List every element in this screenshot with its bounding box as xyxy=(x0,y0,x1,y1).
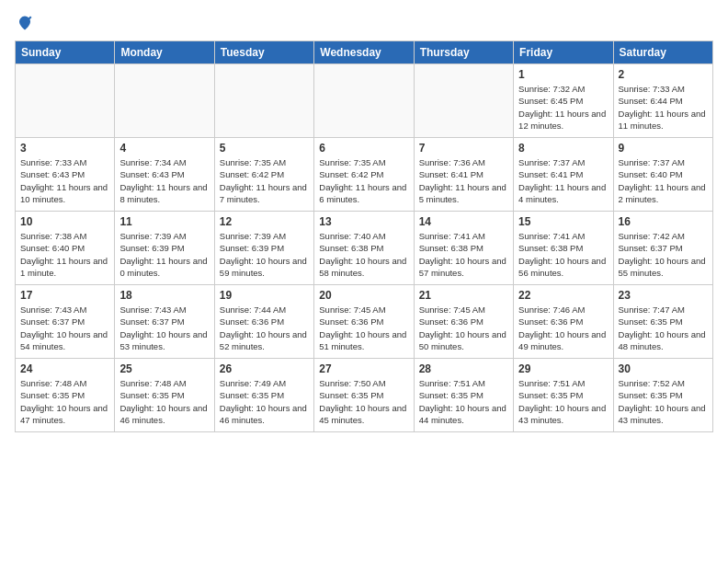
calendar-day-cell: 23Sunrise: 7:47 AMSunset: 6:35 PMDayligh… xyxy=(613,285,712,359)
day-info: Sunrise: 7:43 AMSunset: 6:37 PMDaylight:… xyxy=(20,304,109,352)
calendar-week-row: 3Sunrise: 7:33 AMSunset: 6:43 PMDaylight… xyxy=(16,138,713,212)
calendar-day-cell: 10Sunrise: 7:38 AMSunset: 6:40 PMDayligh… xyxy=(16,212,115,285)
weekday-header: Wednesday xyxy=(314,41,414,64)
day-number: 14 xyxy=(419,215,508,228)
logo-icon xyxy=(17,15,33,31)
calendar-day-cell: 3Sunrise: 7:33 AMSunset: 6:43 PMDaylight… xyxy=(16,138,115,212)
day-info: Sunrise: 7:52 AMSunset: 6:35 PMDaylight:… xyxy=(619,377,708,426)
day-number: 24 xyxy=(20,362,109,375)
calendar-day-cell: 21Sunrise: 7:45 AMSunset: 6:36 PMDayligh… xyxy=(414,285,513,359)
day-info: Sunrise: 7:35 AMSunset: 6:42 PMDaylight:… xyxy=(319,156,408,205)
calendar-day-cell: 6Sunrise: 7:35 AMSunset: 6:42 PMDaylight… xyxy=(314,138,414,212)
day-number: 11 xyxy=(119,215,209,228)
calendar-day-cell: 17Sunrise: 7:43 AMSunset: 6:37 PMDayligh… xyxy=(16,285,115,359)
day-info: Sunrise: 7:39 AMSunset: 6:39 PMDaylight:… xyxy=(119,230,209,279)
day-info: Sunrise: 7:37 AMSunset: 6:41 PMDaylight:… xyxy=(518,156,608,205)
calendar-day-cell: 11Sunrise: 7:39 AMSunset: 6:39 PMDayligh… xyxy=(115,212,214,285)
day-info: Sunrise: 7:41 AMSunset: 6:38 PMDaylight:… xyxy=(419,230,508,279)
calendar-day-cell: 26Sunrise: 7:49 AMSunset: 6:35 PMDayligh… xyxy=(214,359,313,432)
day-info: Sunrise: 7:48 AMSunset: 6:35 PMDaylight:… xyxy=(20,377,109,426)
page-header xyxy=(15,15,713,31)
calendar-day-cell xyxy=(214,64,313,138)
day-info: Sunrise: 7:32 AMSunset: 6:45 PMDaylight:… xyxy=(518,83,608,132)
day-number: 9 xyxy=(619,142,708,155)
day-number: 1 xyxy=(518,68,608,81)
calendar-day-cell: 24Sunrise: 7:48 AMSunset: 6:35 PMDayligh… xyxy=(16,359,115,432)
day-number: 17 xyxy=(20,289,109,302)
calendar-day-cell: 30Sunrise: 7:52 AMSunset: 6:35 PMDayligh… xyxy=(613,359,712,432)
day-number: 28 xyxy=(419,362,508,375)
weekday-header: Thursday xyxy=(414,41,513,64)
weekday-header: Sunday xyxy=(16,41,115,64)
day-number: 18 xyxy=(119,289,209,302)
calendar-day-cell: 13Sunrise: 7:40 AMSunset: 6:38 PMDayligh… xyxy=(314,212,414,285)
calendar-day-cell: 9Sunrise: 7:37 AMSunset: 6:40 PMDaylight… xyxy=(613,138,712,212)
calendar-day-cell: 8Sunrise: 7:37 AMSunset: 6:41 PMDaylight… xyxy=(514,138,613,212)
day-number: 23 xyxy=(619,289,708,302)
weekday-header: Tuesday xyxy=(214,41,313,64)
day-number: 5 xyxy=(220,142,309,155)
weekday-header: Saturday xyxy=(613,41,712,64)
day-number: 3 xyxy=(20,142,109,155)
calendar-week-row: 1Sunrise: 7:32 AMSunset: 6:45 PMDaylight… xyxy=(16,64,713,138)
calendar-day-cell: 7Sunrise: 7:36 AMSunset: 6:41 PMDaylight… xyxy=(414,138,513,212)
day-info: Sunrise: 7:37 AMSunset: 6:40 PMDaylight:… xyxy=(619,156,708,205)
day-number: 4 xyxy=(119,142,209,155)
day-info: Sunrise: 7:43 AMSunset: 6:37 PMDaylight:… xyxy=(119,304,209,352)
calendar-day-cell: 1Sunrise: 7:32 AMSunset: 6:45 PMDaylight… xyxy=(514,64,613,138)
day-number: 6 xyxy=(319,142,408,155)
calendar-table: SundayMondayTuesdayWednesdayThursdayFrid… xyxy=(15,40,713,432)
calendar-day-cell: 19Sunrise: 7:44 AMSunset: 6:36 PMDayligh… xyxy=(214,285,313,359)
day-info: Sunrise: 7:47 AMSunset: 6:35 PMDaylight:… xyxy=(619,304,708,352)
calendar-day-cell: 27Sunrise: 7:50 AMSunset: 6:35 PMDayligh… xyxy=(314,359,414,432)
day-number: 26 xyxy=(220,362,309,375)
calendar-day-cell: 16Sunrise: 7:42 AMSunset: 6:37 PMDayligh… xyxy=(613,212,712,285)
day-number: 20 xyxy=(319,289,408,302)
day-number: 16 xyxy=(619,215,708,228)
weekday-header: Monday xyxy=(115,41,214,64)
day-info: Sunrise: 7:45 AMSunset: 6:36 PMDaylight:… xyxy=(319,304,408,352)
calendar-day-cell: 15Sunrise: 7:41 AMSunset: 6:38 PMDayligh… xyxy=(514,212,613,285)
calendar-day-cell: 18Sunrise: 7:43 AMSunset: 6:37 PMDayligh… xyxy=(115,285,214,359)
day-number: 29 xyxy=(518,362,608,375)
day-number: 8 xyxy=(518,142,608,155)
calendar-day-cell xyxy=(414,64,513,138)
day-info: Sunrise: 7:35 AMSunset: 6:42 PMDaylight:… xyxy=(220,156,309,205)
day-number: 2 xyxy=(619,68,708,81)
day-number: 12 xyxy=(220,215,309,228)
day-number: 19 xyxy=(220,289,309,302)
day-info: Sunrise: 7:42 AMSunset: 6:37 PMDaylight:… xyxy=(619,230,708,279)
day-info: Sunrise: 7:40 AMSunset: 6:38 PMDaylight:… xyxy=(319,230,408,279)
day-number: 30 xyxy=(619,362,708,375)
weekday-header-row: SundayMondayTuesdayWednesdayThursdayFrid… xyxy=(16,41,713,64)
calendar-day-cell: 28Sunrise: 7:51 AMSunset: 6:35 PMDayligh… xyxy=(414,359,513,432)
calendar-week-row: 10Sunrise: 7:38 AMSunset: 6:40 PMDayligh… xyxy=(16,212,713,285)
calendar-day-cell xyxy=(16,64,115,138)
day-number: 15 xyxy=(518,215,608,228)
day-info: Sunrise: 7:50 AMSunset: 6:35 PMDaylight:… xyxy=(319,377,408,426)
calendar-week-row: 17Sunrise: 7:43 AMSunset: 6:37 PMDayligh… xyxy=(16,285,713,359)
calendar-day-cell: 25Sunrise: 7:48 AMSunset: 6:35 PMDayligh… xyxy=(115,359,214,432)
day-info: Sunrise: 7:36 AMSunset: 6:41 PMDaylight:… xyxy=(419,156,508,205)
calendar-day-cell xyxy=(115,64,214,138)
calendar-day-cell: 4Sunrise: 7:34 AMSunset: 6:43 PMDaylight… xyxy=(115,138,214,212)
day-info: Sunrise: 7:33 AMSunset: 6:44 PMDaylight:… xyxy=(619,83,708,132)
calendar-day-cell xyxy=(314,64,414,138)
day-info: Sunrise: 7:34 AMSunset: 6:43 PMDaylight:… xyxy=(119,156,209,205)
day-info: Sunrise: 7:39 AMSunset: 6:39 PMDaylight:… xyxy=(220,230,309,279)
weekday-header: Friday xyxy=(514,41,613,64)
day-info: Sunrise: 7:49 AMSunset: 6:35 PMDaylight:… xyxy=(220,377,309,426)
calendar-day-cell: 14Sunrise: 7:41 AMSunset: 6:38 PMDayligh… xyxy=(414,212,513,285)
calendar-day-cell: 5Sunrise: 7:35 AMSunset: 6:42 PMDaylight… xyxy=(214,138,313,212)
day-info: Sunrise: 7:44 AMSunset: 6:36 PMDaylight:… xyxy=(220,304,309,352)
day-info: Sunrise: 7:48 AMSunset: 6:35 PMDaylight:… xyxy=(119,377,209,426)
day-info: Sunrise: 7:45 AMSunset: 6:36 PMDaylight:… xyxy=(419,304,508,352)
day-number: 10 xyxy=(20,215,109,228)
day-info: Sunrise: 7:38 AMSunset: 6:40 PMDaylight:… xyxy=(20,230,109,279)
day-number: 27 xyxy=(319,362,408,375)
calendar-day-cell: 29Sunrise: 7:51 AMSunset: 6:35 PMDayligh… xyxy=(514,359,613,432)
logo xyxy=(15,15,33,31)
day-number: 7 xyxy=(419,142,508,155)
day-number: 25 xyxy=(119,362,209,375)
day-info: Sunrise: 7:46 AMSunset: 6:36 PMDaylight:… xyxy=(518,304,608,352)
